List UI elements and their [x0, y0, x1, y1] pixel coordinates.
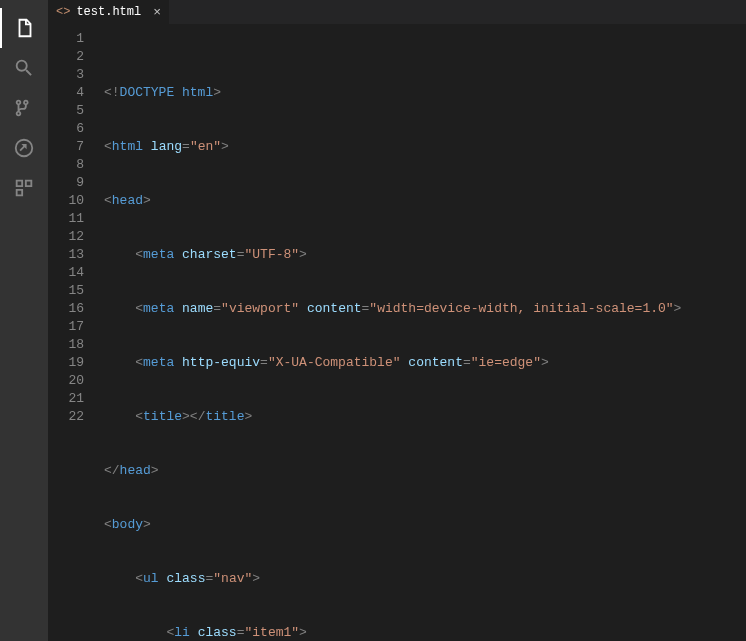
line-number: 15 [48, 282, 84, 300]
html-file-icon: <> [56, 5, 70, 19]
debug-icon[interactable] [0, 128, 48, 168]
line-number: 12 [48, 228, 84, 246]
line-number: 14 [48, 264, 84, 282]
editor-area[interactable]: 12345678910111213141516171819202122 <!DO… [48, 24, 746, 641]
tab-bar: <> test.html × [48, 0, 746, 24]
git-branch-icon[interactable] [0, 88, 48, 128]
line-number: 8 [48, 156, 84, 174]
line-number: 10 [48, 192, 84, 210]
editor-main: <> test.html × 1234567891011121314151617… [48, 0, 746, 641]
line-number: 16 [48, 300, 84, 318]
line-number: 22 [48, 408, 84, 426]
line-number: 20 [48, 372, 84, 390]
line-number: 7 [48, 138, 84, 156]
line-number: 1 [48, 30, 84, 48]
tab-filename: test.html [76, 5, 141, 19]
line-number: 6 [48, 120, 84, 138]
line-number: 9 [48, 174, 84, 192]
code-content[interactable]: <!DOCTYPE html> <html lang="en"> <head> … [98, 24, 746, 641]
line-number: 19 [48, 354, 84, 372]
line-number: 11 [48, 210, 84, 228]
line-number: 5 [48, 102, 84, 120]
line-number: 2 [48, 48, 84, 66]
explorer-icon[interactable] [0, 8, 48, 48]
line-number: 18 [48, 336, 84, 354]
line-number: 3 [48, 66, 84, 84]
tab-test-html[interactable]: <> test.html × [48, 0, 169, 24]
line-number-gutter: 12345678910111213141516171819202122 [48, 24, 98, 641]
line-number: 13 [48, 246, 84, 264]
close-icon[interactable]: × [147, 5, 161, 20]
line-number: 21 [48, 390, 84, 408]
activity-bar [0, 0, 48, 641]
line-number: 17 [48, 318, 84, 336]
line-number: 4 [48, 84, 84, 102]
extensions-icon[interactable] [0, 168, 48, 208]
search-icon[interactable] [0, 48, 48, 88]
